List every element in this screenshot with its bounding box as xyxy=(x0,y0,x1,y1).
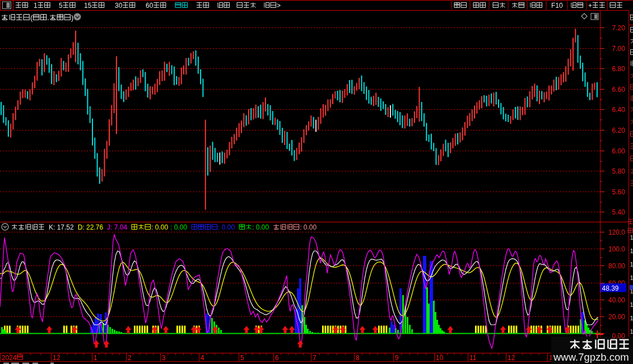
svg-text:: 0.00: : 0.00 xyxy=(300,223,316,231)
svg-text:: 0.00: : 0.00 xyxy=(170,223,187,231)
svg-text:9: 9 xyxy=(395,354,399,362)
svg-text:2024: 2024 xyxy=(2,354,17,362)
svg-text:6.60: 6.60 xyxy=(612,86,626,94)
svg-text:.: . xyxy=(47,13,49,22)
svg-text:8: 8 xyxy=(356,354,360,362)
svg-text:7: 7 xyxy=(313,354,316,362)
svg-text:www.7gpzb.com: www.7gpzb.com xyxy=(553,351,629,363)
svg-text:5: 5 xyxy=(240,354,244,362)
svg-text:11: 11 xyxy=(469,354,477,362)
svg-text:5.40: 5.40 xyxy=(612,208,626,216)
svg-text:100.0: 100.0 xyxy=(608,245,625,253)
svg-text:4: 4 xyxy=(201,354,204,362)
svg-text:1: 1 xyxy=(94,354,97,362)
svg-text:6.00: 6.00 xyxy=(612,147,626,155)
svg-text:1: 1 xyxy=(630,248,633,254)
svg-text:30: 30 xyxy=(115,2,123,10)
svg-text:20.00: 20.00 xyxy=(608,313,625,321)
svg-text:6.20: 6.20 xyxy=(612,127,626,134)
svg-text:15: 15 xyxy=(84,2,92,10)
svg-text:1: 1 xyxy=(630,301,633,308)
svg-text:6: 6 xyxy=(275,354,279,362)
svg-text:60: 60 xyxy=(146,2,153,10)
svg-text:K: 17.52: K: 17.52 xyxy=(49,223,74,231)
svg-text:40.00: 40.00 xyxy=(608,296,625,304)
svg-text:J: 7.04: J: 7.04 xyxy=(107,223,127,231)
svg-text:7.20: 7.20 xyxy=(612,24,626,32)
svg-text:7.00: 7.00 xyxy=(612,45,626,53)
svg-text:1: 1 xyxy=(630,315,633,321)
svg-text:12: 12 xyxy=(508,354,515,362)
svg-text:12: 12 xyxy=(53,354,60,362)
svg-text:2: 2 xyxy=(128,354,132,362)
svg-text:F10: F10 xyxy=(551,2,563,10)
svg-text:>: > xyxy=(277,2,281,10)
svg-text:): ) xyxy=(71,13,73,22)
svg-text:0.00: 0.00 xyxy=(612,332,626,340)
svg-text:6.80: 6.80 xyxy=(612,65,626,73)
svg-text:: 0.00: : 0.00 xyxy=(218,223,235,231)
svg-text:5: 5 xyxy=(59,2,63,10)
svg-text:80.00: 80.00 xyxy=(608,262,625,270)
svg-text:5.60: 5.60 xyxy=(612,188,626,196)
svg-text:3: 3 xyxy=(162,354,166,362)
svg-text:: 0.00: : 0.00 xyxy=(151,223,168,231)
svg-text:1: 1 xyxy=(630,274,633,281)
svg-text:: 0.00: : 0.00 xyxy=(252,223,269,231)
svg-text:120.0: 120.0 xyxy=(608,228,625,236)
svg-text:1: 1 xyxy=(34,2,38,10)
svg-text:D: 22.76: D: 22.76 xyxy=(78,223,104,231)
svg-text:5.80: 5.80 xyxy=(612,167,626,175)
svg-text:+: + xyxy=(588,2,592,10)
svg-text:10: 10 xyxy=(436,354,444,362)
svg-text:1: 1 xyxy=(630,234,633,241)
svg-text:6.40: 6.40 xyxy=(612,106,626,114)
svg-text:1: 1 xyxy=(630,261,633,268)
svg-text:48.39: 48.39 xyxy=(602,284,619,292)
svg-text:1: 1 xyxy=(630,328,633,335)
svg-text:(: ( xyxy=(30,13,33,22)
